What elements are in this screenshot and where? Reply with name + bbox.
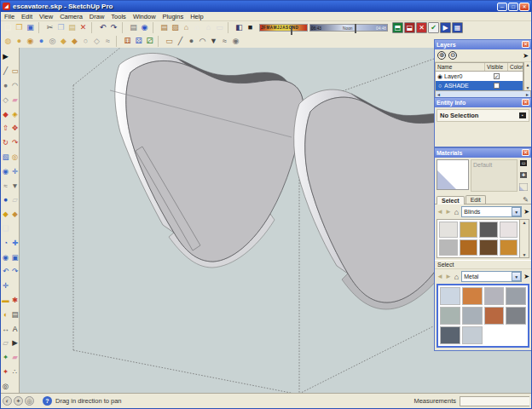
rotate-tool[interactable]: ↻	[1, 135, 10, 150]
create-material-icon[interactable]: ✚	[520, 172, 527, 178]
home-icon[interactable]: ⌂	[454, 273, 459, 281]
share-model-button[interactable]: ⌂	[203, 22, 214, 33]
sheet-tool[interactable]: ▱	[10, 193, 20, 207]
place-model-button[interactable]: ⌂	[181, 22, 192, 33]
model-info-button[interactable]: ◉	[139, 22, 150, 33]
redo-button[interactable]: ↷	[108, 22, 119, 33]
select-tool[interactable]: ▶	[1, 49, 10, 64]
material-swatch-blinds-dark-gray[interactable]	[479, 222, 498, 238]
eraser-tool[interactable]: ▰	[10, 92, 20, 107]
rectangle-tool[interactable]: ▭	[10, 64, 20, 78]
material-swatch-blinds-white[interactable]	[439, 222, 458, 238]
material-swatch-empty-slot[interactable]	[484, 326, 505, 344]
polygon-tool-2[interactable]: ▼	[10, 178, 20, 193]
material-swatch-metal-steel[interactable]	[462, 307, 483, 325]
layer-active-radio[interactable]: ○	[436, 83, 444, 89]
zoom-tool[interactable]: ◉	[1, 250, 10, 264]
protractor-tool[interactable]: ◐	[1, 307, 10, 321]
sample-tool[interactable]: ◈	[10, 107, 20, 121]
tool-blue-ball[interactable]: ●	[36, 36, 47, 47]
shadows-toggle-button[interactable]: ■	[245, 22, 256, 33]
line-tool[interactable]: ╱	[175, 36, 186, 47]
menu-view[interactable]: View	[36, 12, 56, 21]
plugin-button-4[interactable]: ✔	[428, 22, 439, 33]
tab-select[interactable]: Select	[437, 196, 465, 204]
circle-tool[interactable]: ●	[1, 78, 10, 93]
status-icon-2[interactable]: ✦	[14, 396, 23, 406]
pan-tool[interactable]: ✚	[10, 235, 20, 250]
default-paint-icon[interactable]	[519, 183, 528, 191]
tab-edit[interactable]: Edit	[466, 195, 486, 204]
gem-tool-2[interactable]: ◆	[10, 207, 20, 222]
menu-tools[interactable]: Tools	[107, 12, 130, 21]
blue-ball-tool[interactable]: ●	[1, 193, 10, 207]
menu-help[interactable]: Help	[187, 12, 206, 21]
layers-close-icon[interactable]: ✕	[522, 41, 529, 48]
menu-edit[interactable]: Edit	[18, 12, 36, 21]
shadows-dialog-button[interactable]: ◧	[234, 22, 245, 33]
plugin-button-5[interactable]: ▶	[440, 22, 451, 33]
tool-ring-1[interactable]: ○	[80, 36, 91, 47]
tool-ring-2[interactable]: ◇	[91, 36, 102, 47]
cut-button[interactable]: ✂	[44, 22, 55, 33]
print-button[interactable]: ▤	[128, 22, 139, 33]
entity-info-detail-icon[interactable]: ▪	[519, 112, 526, 118]
material-swatch-metal-rough[interactable]	[506, 307, 526, 325]
scroll-right-icon[interactable]: ►	[525, 92, 529, 97]
layer-active-radio[interactable]: ◉	[436, 73, 444, 80]
tool-gold-1[interactable]: ◍	[3, 36, 14, 47]
3d-text-tool[interactable]: A	[10, 321, 20, 336]
entity-info-close-icon[interactable]: ✕	[522, 99, 529, 106]
offset-tool[interactable]: ◎	[10, 150, 20, 164]
home-icon[interactable]: ⌂	[454, 208, 459, 216]
section-plane-tool[interactable]: ▱	[1, 336, 10, 350]
toggle-terrain-button[interactable]: ▨	[170, 22, 181, 33]
back-arrow-icon[interactable]: ◄	[437, 208, 443, 216]
materials-close-icon[interactable]: ✕	[522, 149, 529, 156]
menu-plugins[interactable]: Plugins	[159, 12, 188, 21]
paste-button[interactable]: ▤	[66, 22, 78, 33]
material-swatch-empty-slot[interactable]	[506, 326, 526, 344]
tool-gold-3[interactable]: ◉	[25, 36, 36, 47]
save-button[interactable]: ▣	[25, 22, 36, 33]
material-swatch-blinds-orange[interactable]	[460, 239, 478, 256]
eraser-tool-2[interactable]: ▰	[10, 350, 20, 365]
material-swatch-metal-aluminum[interactable]	[440, 287, 460, 305]
rectangle-tool[interactable]: ▭	[164, 36, 175, 47]
layer-row-ashade[interactable]: ○ASHADE	[436, 81, 523, 90]
follow-me-tool[interactable]: ↷	[10, 135, 20, 150]
material-swatch-metal-diamond-plate[interactable]	[462, 326, 483, 344]
plugin-button-2[interactable]: ⬓	[404, 22, 415, 33]
add-layer-button[interactable]: ⊕	[437, 51, 446, 60]
materials-vertical-scrollbar[interactable]: ▲ ▼	[519, 220, 529, 257]
arc-tool[interactable]: ◠	[10, 78, 20, 93]
material-swatch-metal-rust[interactable]	[484, 307, 505, 325]
material-swatch-blinds-light[interactable]	[500, 222, 518, 238]
get-current-view-button[interactable]: ▤	[159, 22, 170, 33]
layer-visible-checkbox[interactable]	[494, 83, 500, 89]
close-button[interactable]: ✕	[519, 3, 529, 11]
zoom-extents-tool[interactable]: ✛	[1, 279, 10, 293]
tool-gray-ball[interactable]: ◎	[47, 36, 58, 47]
collection-dropdown-1[interactable]: Blinds ▼	[461, 206, 522, 217]
back-arrow-icon[interactable]: ◄	[437, 273, 443, 280]
shadow-date-slider[interactable]: JFMAMJJASOND	[259, 24, 308, 32]
next-view-tool[interactable]: ↷	[10, 264, 20, 279]
menu-draw[interactable]: Draw	[86, 12, 108, 21]
orbit-tool[interactable]: ◔	[1, 235, 10, 250]
new-button[interactable]: ❏	[3, 22, 14, 33]
maximize-button[interactable]: □	[508, 3, 518, 11]
column-visible[interactable]: Visible	[485, 63, 508, 71]
material-swatch-metal-corrugated[interactable]	[484, 287, 505, 305]
layer-visible-checkbox[interactable]: ✓	[494, 73, 500, 79]
position-camera-tool[interactable]: ✦	[1, 365, 10, 379]
status-icon-3[interactable]: ◎	[25, 396, 34, 406]
tool-lens[interactable]: ≈	[102, 36, 113, 47]
menu-file[interactable]: File	[1, 12, 18, 21]
remove-layer-button[interactable]: ⊖	[448, 51, 457, 60]
erase-button[interactable]: ✕	[78, 22, 89, 33]
chevron-down-icon[interactable]: ▼	[512, 207, 521, 216]
material-swatch-metal-mesh[interactable]	[506, 287, 526, 305]
text-tool[interactable]: ▤	[10, 307, 20, 321]
get-models-button[interactable]: ⌂	[192, 22, 203, 33]
